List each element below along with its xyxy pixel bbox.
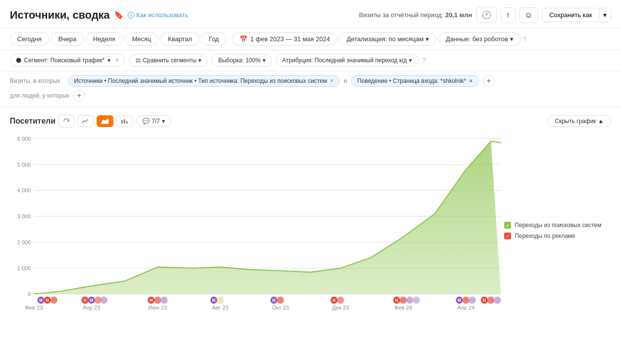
add-people-filter-button[interactable]: + (73, 90, 85, 102)
legend-label-search: Переходы из поисковых систем (515, 222, 601, 229)
svg-rect-5 (126, 121, 128, 124)
chevron-up-icon: ▲ (598, 118, 604, 125)
calendar-icon: 📅 (240, 35, 247, 43)
svg-point-38 (95, 297, 102, 304)
svg-point-42 (154, 297, 161, 304)
svg-text:4 000: 4 000 (17, 187, 31, 193)
top-bar-left: Источники, сводка 🔖 i Как использовать (10, 9, 188, 22)
visits-label: Визиты за отчётный период: 20,1 млн (359, 11, 472, 19)
svg-rect-4 (124, 119, 125, 124)
svg-text:H: H (483, 298, 486, 303)
legend-color-ads: ✓ (504, 233, 511, 239)
svg-point-33 (51, 297, 57, 304)
chart-header: Посетители (10, 115, 611, 128)
svg-text:3 000: 3 000 (17, 213, 31, 219)
svg-point-61 (469, 297, 476, 304)
filter-tag-1-close[interactable]: × (330, 78, 333, 84)
help-icon[interactable]: ? (523, 35, 527, 43)
line-chart-btn[interactable] (77, 115, 94, 127)
bar-chart-btn[interactable] (116, 115, 133, 127)
svg-text:M: M (90, 298, 93, 303)
info-link[interactable]: i Как использовать (128, 11, 189, 19)
chart-legend: ✓ Переходы из поисковых систем ✓ Переход… (504, 222, 601, 239)
detail-button[interactable]: Детализация: по месяцам ▾ (339, 32, 436, 46)
people-filter-row: для людей, у которых + (10, 90, 611, 102)
people-filter-label: для людей, у которых (10, 92, 69, 99)
svg-marker-20 (34, 141, 501, 294)
save-dropdown-button[interactable]: ▾ (599, 8, 611, 22)
svg-text:M: M (458, 298, 461, 303)
segment-dot-icon (16, 58, 21, 63)
period-quarter[interactable]: Квартал (161, 32, 199, 46)
refresh-icon (63, 118, 70, 125)
segment-bar: Сегмент: Поисковый трафик* ▾ × ⚖ Сравнит… (0, 50, 621, 71)
svg-text:Дек 23: Дек 23 (332, 305, 349, 311)
line-chart-icon (81, 118, 89, 124)
svg-text:M: M (212, 298, 216, 303)
save-btn-wrap: Сохранить как ▾ (542, 8, 611, 22)
svg-text:Авг 23: Авг 23 (212, 305, 228, 311)
svg-point-43 (161, 297, 167, 304)
compare-icon: ⚖ (135, 57, 141, 64)
chevron-down-icon3: ▾ (198, 57, 201, 64)
legend-item-ads: ✓ Переходы по рекламе (504, 233, 601, 239)
svg-point-39 (101, 297, 108, 304)
hide-chart-button[interactable]: Скрыть график ▲ (547, 115, 611, 127)
period-month[interactable]: Месяц (125, 32, 159, 46)
period-yesterday[interactable]: Вчера (51, 32, 84, 46)
page-title: Источники, сводка (10, 9, 110, 22)
chevron-down-icon: ▾ (426, 35, 429, 43)
chevron-down-icon4: ▾ (263, 57, 266, 64)
history-button[interactable]: 🕐 (476, 7, 497, 23)
period-year[interactable]: Год (201, 32, 226, 46)
svg-text:Фев 23: Фев 23 (25, 305, 43, 311)
svg-point-49 (277, 297, 284, 304)
chevron-down-icon2: ▾ (510, 35, 513, 43)
segment-tag: Сегмент: Поисковый трафик* ▾ × (10, 54, 125, 67)
svg-text:M: M (39, 298, 43, 303)
period-week[interactable]: Неделя (86, 32, 123, 46)
visits-filter-row: Визиты, в которых Источники • Последний … (10, 75, 611, 87)
area-chart-btn[interactable] (97, 115, 113, 127)
chevron-down-icon5: ▾ (409, 57, 412, 64)
segment-dropdown-icon[interactable]: ▾ (108, 57, 110, 64)
attribution-button[interactable]: Атрибуция: Последний значимый переход к/… (276, 54, 418, 67)
chart-left-controls: Посетители (10, 115, 171, 128)
bookmark-icon[interactable]: 🔖 (114, 10, 124, 20)
svg-text:H: H (83, 298, 86, 303)
segment-close-button[interactable]: × (115, 57, 119, 64)
svg-text:Июн 23: Июн 23 (148, 305, 167, 311)
top-bar: Источники, сводка 🔖 i Как использовать В… (0, 0, 621, 28)
save-button[interactable]: Сохранить как (542, 8, 599, 22)
svg-text:0: 0 (28, 291, 31, 297)
period-today[interactable]: Сегодня (10, 32, 49, 46)
attribution-help-icon[interactable]: ? (422, 56, 426, 64)
svg-point-56 (406, 297, 413, 304)
date-bar: Сегодня Вчера Неделя Месяц Квартал Год 📅… (0, 28, 621, 50)
legend-label-ads: Переходы по рекламе (515, 233, 575, 239)
svg-text:H: H (333, 298, 336, 303)
feedback-button[interactable]: ☺ (519, 7, 538, 23)
sample-button[interactable]: Выборка: 100% ▾ (212, 54, 271, 67)
segments-count-button[interactable]: 💬 7/7 ▾ (136, 115, 171, 127)
svg-text:H: H (395, 298, 398, 303)
chart-area: 6 000 5 000 4 000 3 000 2 000 1 000 0 Ф (10, 133, 611, 320)
and-label: и (344, 78, 347, 84)
data-type-button[interactable]: Данные: без роботов ▾ (438, 32, 521, 46)
refresh-icon-btn[interactable] (58, 115, 74, 128)
visits-filter-label: Визиты, в которых (10, 78, 64, 84)
svg-point-65 (494, 297, 501, 304)
svg-text:Апр 23: Апр 23 (83, 305, 100, 311)
compare-segments-button[interactable]: ⚖ Сравнить сегменты ▾ (129, 54, 208, 67)
svg-text:1 000: 1 000 (17, 265, 31, 271)
svg-text:2 000: 2 000 (17, 239, 31, 245)
filter-tag-2-close[interactable]: × (469, 78, 473, 84)
legend-color-search: ✓ (504, 222, 511, 229)
filter-tag-2: Поведение • Страница входа: *shkolnik* × (351, 75, 479, 87)
date-range-button[interactable]: 📅 1 фев 2023 — 31 мая 2024 (232, 32, 337, 46)
svg-text:5 000: 5 000 (17, 161, 31, 167)
share-button[interactable]: ↑ (501, 7, 515, 23)
chevron-down-icon6: ▾ (162, 118, 165, 125)
area-chart-icon (101, 118, 109, 124)
add-filter-button[interactable]: + (483, 75, 495, 87)
